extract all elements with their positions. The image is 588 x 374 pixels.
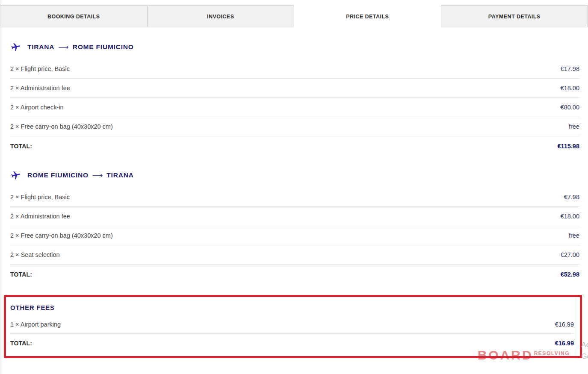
- total-row: TOTAL: €16.99: [10, 334, 574, 353]
- tab-bar: BOOKING DETAILS INVOICES PRICE DETAILS P…: [0, 6, 588, 27]
- section-header: TIRANA ⟶ ROME FIUMICINO: [10, 41, 579, 53]
- total-value: €16.99: [555, 340, 574, 347]
- price-row-label: 1 × Airport parking: [10, 321, 61, 328]
- price-row-label: 2 × Flight price, Basic: [10, 65, 70, 72]
- airplane-icon: [10, 170, 21, 181]
- price-details-content: TIRANA ⟶ ROME FIUMICINO 2 × Flight price…: [0, 41, 588, 284]
- price-row: 2 × Seat selection €27.00: [10, 245, 579, 265]
- route-title: ROME FIUMICINO ⟶ TIRANA: [27, 171, 134, 180]
- price-row-value: free: [569, 232, 579, 239]
- route-destination: TIRANA: [106, 171, 133, 179]
- other-fees-title: OTHER FEES: [10, 303, 574, 312]
- price-details-page: BOOKING DETAILS INVOICES PRICE DETAILS P…: [0, 0, 588, 374]
- price-row: 2 × Free carry-on bag (40x30x20 cm) free: [10, 117, 579, 136]
- tab-invoices[interactable]: INVOICES: [148, 6, 295, 27]
- route-arrow-icon: ⟶: [92, 171, 103, 180]
- price-row-label: 2 × Administration fee: [10, 213, 70, 220]
- tab-booking-details[interactable]: BOOKING DETAILS: [0, 6, 148, 27]
- route-origin: ROME FIUMICINO: [27, 171, 89, 179]
- price-row-value: €16.99: [555, 321, 574, 328]
- price-row-label: 2 × Administration fee: [10, 85, 70, 91]
- price-row: 2 × Flight price, Basic €7.98: [10, 188, 579, 207]
- route-origin: TIRANA: [27, 43, 54, 51]
- total-label: TOTAL:: [10, 143, 32, 150]
- edge-watermark: Ac Go: [581, 339, 588, 362]
- airplane-icon: [10, 41, 21, 53]
- price-row: 2 × Flight price, Basic €17.98: [10, 59, 579, 79]
- route-arrow-icon: ⟶: [58, 43, 68, 52]
- total-label: TOTAL:: [10, 340, 32, 347]
- price-row-value: €80.00: [561, 104, 579, 111]
- route-destination: ROME FIUMICINO: [73, 43, 134, 51]
- tab-price-details[interactable]: PRICE DETAILS: [294, 6, 441, 27]
- flight-section-outbound: TIRANA ⟶ ROME FIUMICINO 2 × Flight price…: [10, 41, 579, 156]
- price-row-value: free: [569, 123, 579, 130]
- price-row: 2 × Administration fee €18.00: [10, 207, 579, 226]
- price-row: 1 × Airport parking €16.99: [10, 315, 574, 334]
- price-row: 2 × Free carry-on bag (40x30x20 cm) free: [10, 226, 579, 245]
- total-row: TOTAL: €52.98: [10, 265, 579, 284]
- price-row-label: 2 × Free carry-on bag (40x30x20 cm): [10, 123, 113, 130]
- price-row-value: €27.00: [561, 251, 579, 258]
- total-value: €52.98: [561, 271, 579, 278]
- price-row-value: €17.98: [561, 65, 579, 72]
- price-row-value: €18.00: [561, 85, 579, 91]
- section-header: ROME FIUMICINO ⟶ TIRANA: [10, 170, 579, 181]
- edge-watermark-line1: Ac: [581, 339, 588, 350]
- price-row: 2 × Airport check-in €80.00: [10, 98, 579, 117]
- price-row-label: 2 × Free carry-on bag (40x30x20 cm): [10, 232, 113, 239]
- total-label: TOTAL:: [10, 271, 32, 278]
- price-row-label: 2 × Seat selection: [10, 251, 60, 258]
- total-row: TOTAL: €115.98: [10, 136, 579, 156]
- price-row-value: €18.00: [561, 213, 579, 220]
- tab-payment-details[interactable]: PAYMENT DETAILS: [441, 6, 588, 27]
- flight-section-return: ROME FIUMICINO ⟶ TIRANA 2 × Flight price…: [10, 170, 579, 284]
- other-fees-highlight-box: OTHER FEES 1 × Airport parking €16.99 TO…: [4, 295, 582, 358]
- edge-watermark-line2: Go: [581, 350, 588, 362]
- price-row-label: 2 × Flight price, Basic: [10, 194, 70, 200]
- price-row-label: 2 × Airport check-in: [10, 104, 64, 111]
- total-value: €115.98: [557, 143, 579, 150]
- route-title: TIRANA ⟶ ROME FIUMICINO: [27, 43, 134, 52]
- price-row-value: €7.98: [564, 194, 579, 200]
- price-row: 2 × Administration fee €18.00: [10, 79, 579, 98]
